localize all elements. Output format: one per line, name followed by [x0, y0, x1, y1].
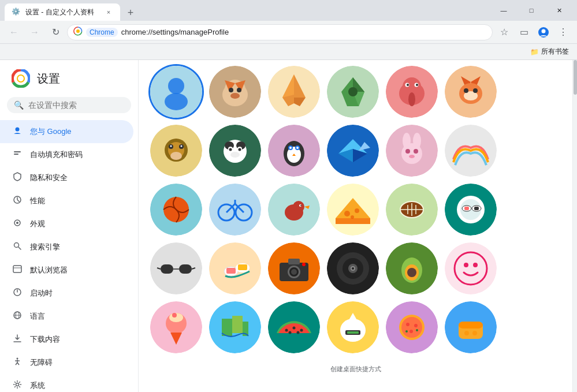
- avatar-item-20[interactable]: [268, 242, 320, 294]
- bookmarks-bar: 📁 所有书签: [0, 44, 577, 60]
- avatar-item-9[interactable]: [327, 125, 379, 177]
- svg-marker-117: [336, 218, 370, 224]
- svg-point-105: [209, 184, 261, 236]
- sidebar-item-accessibility[interactable]: 无障碍: [0, 351, 133, 374]
- accessibility-icon: [12, 357, 23, 368]
- bottom-text: 创建桌面快捷方式: [139, 359, 572, 379]
- sidebar-label-downloads: 下载内容: [30, 334, 60, 345]
- svg-point-197: [416, 329, 418, 331]
- refresh-button[interactable]: ↻: [46, 23, 65, 42]
- right-scrollbar[interactable]: [572, 60, 577, 392]
- svg-rect-189: [347, 331, 359, 334]
- avatar-item-2[interactable]: [268, 66, 320, 118]
- sidebar-item-downloads[interactable]: 下载内容: [0, 328, 133, 351]
- svg-point-100: [414, 149, 418, 154]
- svg-rect-138: [161, 264, 173, 274]
- performance-icon: [12, 195, 23, 207]
- reading-mode-button[interactable]: ▭: [515, 23, 533, 42]
- avatar-item-29[interactable]: [445, 301, 497, 353]
- avatar-item-26[interactable]: [268, 301, 320, 353]
- avatar-item-23[interactable]: [445, 242, 497, 294]
- new-tab-button[interactable]: +: [122, 5, 139, 21]
- all-bookmarks[interactable]: 📁 所有书签: [527, 46, 572, 58]
- tab-close-button[interactable]: ×: [104, 8, 113, 17]
- svg-point-12: [16, 222, 18, 224]
- bookmark-button[interactable]: ☆: [495, 23, 513, 42]
- profile-button[interactable]: [534, 23, 553, 42]
- svg-point-37: [229, 88, 233, 92]
- avatar-item-22[interactable]: [386, 242, 438, 294]
- sidebar-item-google[interactable]: 您与 Google: [0, 120, 133, 143]
- avatar-item-25[interactable]: [209, 301, 261, 353]
- sidebar-item-privacy[interactable]: 隐私和安全: [0, 166, 133, 189]
- avatar-item-11[interactable]: [445, 125, 497, 177]
- address-bar[interactable]: Chrome chrome://settings/manageProfile: [67, 24, 493, 40]
- sidebar-item-search[interactable]: 搜索引擎: [0, 236, 133, 259]
- sidebar-item-performance[interactable]: 性能: [0, 189, 133, 212]
- avatar-item-28[interactable]: [386, 301, 438, 353]
- avatar-item-16[interactable]: [386, 184, 438, 236]
- svg-point-80: [239, 148, 241, 151]
- svg-point-39: [230, 93, 240, 99]
- title-bar: ⚙️ 设置 - 自定义个人资料 × + — □ ✕: [0, 0, 577, 21]
- avatar-item-17[interactable]: [445, 184, 497, 236]
- avatar-item-4[interactable]: [386, 66, 438, 118]
- avatar-item-8[interactable]: [268, 125, 320, 177]
- sidebar-item-language[interactable]: 语言: [0, 305, 133, 328]
- svg-point-28: [16, 383, 19, 386]
- svg-line-14: [18, 247, 21, 249]
- svg-point-184: [297, 331, 300, 334]
- avatar-item-14[interactable]: [268, 184, 320, 236]
- sidebar-label-search: 搜索引擎: [30, 242, 60, 252]
- svg-point-169: [473, 263, 478, 267]
- sidebar-item-appearance[interactable]: 外观: [0, 212, 133, 236]
- sidebar-label-accessibility: 无障碍: [30, 357, 53, 368]
- avatar-item-21[interactable]: [327, 242, 379, 294]
- avatar-item-6[interactable]: [150, 125, 202, 177]
- search-input[interactable]: [28, 100, 129, 110]
- downloads-icon: [12, 334, 23, 345]
- avatar-item-19[interactable]: [209, 242, 261, 294]
- content-area[interactable]: 创建桌面快捷方式: [139, 60, 572, 392]
- avatar-item-12[interactable]: [150, 184, 202, 236]
- sidebar-item-startup[interactable]: 启动时: [0, 282, 133, 305]
- avatar-item-13[interactable]: [209, 184, 261, 236]
- avatar-item-15[interactable]: [327, 184, 379, 236]
- svg-point-56: [407, 84, 409, 86]
- back-button[interactable]: ←: [5, 23, 23, 42]
- sidebar-label-privacy: 隐私和安全: [30, 173, 68, 183]
- bookmarks-label: 所有书签: [541, 47, 569, 57]
- scrollbar-thumb[interactable]: [574, 60, 577, 95]
- forward-button[interactable]: →: [25, 23, 44, 42]
- close-button[interactable]: ✕: [546, 1, 572, 20]
- svg-point-49: [348, 87, 358, 96]
- sidebar-item-browser[interactable]: 默认浏览器: [0, 259, 133, 282]
- avatar-item-27[interactable]: [327, 301, 379, 353]
- avatar-item-3[interactable]: [327, 66, 379, 118]
- sidebar-item-autofill[interactable]: 自动填充和密码: [0, 143, 133, 166]
- tab-favicon: ⚙️: [12, 8, 21, 17]
- avatar-item-0[interactable]: [150, 66, 202, 118]
- svg-point-196: [405, 330, 408, 333]
- avatar-item-24[interactable]: [150, 301, 202, 353]
- avatar-item-5[interactable]: [445, 66, 497, 118]
- avatar-item-10[interactable]: [386, 125, 438, 177]
- sidebar-label-performance: 性能: [30, 196, 45, 206]
- svg-point-63: [464, 88, 468, 93]
- minimize-button[interactable]: —: [490, 1, 517, 20]
- system-icon: [12, 380, 23, 391]
- svg-point-111: [293, 201, 304, 212]
- sidebar-item-system[interactable]: 系统: [0, 374, 133, 392]
- avatar-item-18[interactable]: [150, 242, 202, 294]
- search-icon: [12, 241, 23, 253]
- maximize-button[interactable]: □: [518, 1, 545, 20]
- svg-point-81: [230, 152, 240, 158]
- avatar-item-7[interactable]: [209, 125, 261, 177]
- svg-point-166: [445, 242, 497, 294]
- more-button[interactable]: ⋮: [554, 23, 572, 42]
- avatar-item-1[interactable]: [209, 66, 261, 118]
- search-bar[interactable]: 🔍: [7, 97, 131, 113]
- svg-point-23: [17, 358, 18, 360]
- svg-point-31: [165, 93, 188, 110]
- settings-header: 设置: [0, 60, 138, 97]
